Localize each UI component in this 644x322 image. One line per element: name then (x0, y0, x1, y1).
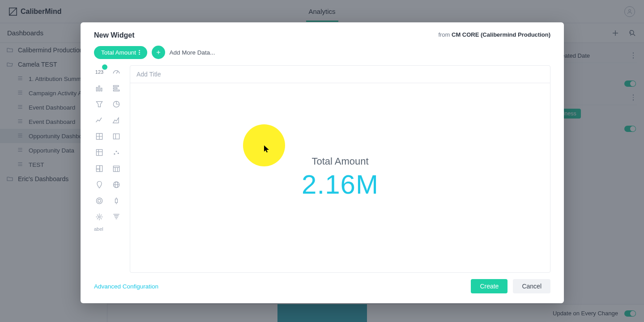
svg-rect-18 (96, 149, 102, 155)
chart-type-grid-icon[interactable] (94, 131, 105, 141)
chart-type-gauge-icon[interactable] (111, 67, 122, 77)
svg-rect-12 (113, 85, 119, 87)
svg-rect-9 (96, 87, 98, 91)
widget-preview: Total Amount 2.16M (130, 83, 550, 272)
svg-rect-27 (113, 166, 119, 172)
chart-type-treemap-icon[interactable] (94, 164, 105, 174)
cancel-button[interactable]: Cancel (513, 279, 550, 293)
new-widget-modal: New Widget from CM CORE (Calibermind Pro… (81, 22, 564, 303)
chart-type-line-icon[interactable] (94, 115, 105, 125)
chart-type-table-icon[interactable] (111, 131, 122, 141)
add-data-button[interactable] (152, 46, 165, 59)
svg-line-46 (97, 218, 98, 219)
indicator-value: 2.16M (302, 169, 379, 200)
svg-point-39 (98, 216, 100, 218)
add-more-label[interactable]: Add More Data... (170, 49, 215, 56)
svg-rect-25 (100, 165, 102, 171)
palette-bottom-label: abel (94, 226, 123, 232)
chart-type-map-icon[interactable] (94, 180, 105, 190)
chart-type-palette: 123 (94, 65, 123, 273)
widget-canvas: Total Amount 2.16M (130, 65, 550, 273)
cursor-icon (264, 145, 270, 153)
chart-type-polar-icon[interactable] (94, 196, 105, 206)
chart-type-tornado-icon[interactable] (111, 212, 122, 222)
advanced-config-link[interactable]: Advanced Configuration (94, 283, 158, 290)
svg-rect-16 (113, 134, 119, 139)
chart-type-funnel-icon[interactable] (94, 99, 105, 109)
svg-point-34 (96, 198, 102, 203)
widget-title-input[interactable] (136, 71, 544, 78)
svg-rect-36 (115, 199, 118, 203)
svg-rect-13 (113, 88, 117, 89)
svg-rect-10 (98, 86, 100, 91)
svg-rect-24 (96, 165, 100, 169)
chart-type-sunburst-icon[interactable] (94, 212, 105, 222)
modal-source: from CM CORE (Calibermind Production) (438, 31, 550, 38)
svg-line-47 (101, 215, 102, 216)
svg-line-8 (116, 71, 118, 73)
modal-title: New Widget (94, 31, 135, 39)
svg-point-35 (98, 199, 101, 203)
svg-point-21 (114, 153, 115, 155)
data-pill[interactable]: Total Amount (94, 46, 147, 59)
create-button[interactable]: Create (471, 279, 508, 293)
svg-point-23 (118, 153, 119, 154)
chart-type-pie-icon[interactable] (111, 99, 122, 109)
chart-type-scatter-icon[interactable] (111, 148, 122, 157)
indicator-widget: Total Amount 2.16M (302, 156, 379, 200)
chart-type-box-icon[interactable] (111, 196, 122, 206)
pill-label: Total Amount (101, 49, 136, 56)
svg-rect-14 (113, 90, 119, 91)
chart-type-bar-icon[interactable] (111, 83, 122, 93)
chart-type-indicator-icon[interactable]: 123 (94, 67, 105, 77)
svg-point-22 (116, 151, 117, 152)
chart-type-calendar-icon[interactable] (111, 164, 122, 174)
indicator-label: Total Amount (302, 156, 379, 167)
chart-type-column-icon[interactable] (94, 83, 105, 93)
chart-type-area-icon[interactable] (111, 115, 122, 125)
chart-type-pivot-icon[interactable] (94, 148, 105, 157)
svg-rect-11 (101, 88, 102, 91)
chart-type-globe-icon[interactable] (111, 180, 122, 190)
from-label: from (438, 31, 450, 38)
svg-rect-26 (96, 169, 100, 172)
pill-menu-icon[interactable] (139, 50, 140, 55)
source-name: CM CORE (Calibermind Production) (452, 31, 550, 38)
svg-line-45 (101, 218, 102, 219)
svg-line-44 (97, 215, 98, 216)
